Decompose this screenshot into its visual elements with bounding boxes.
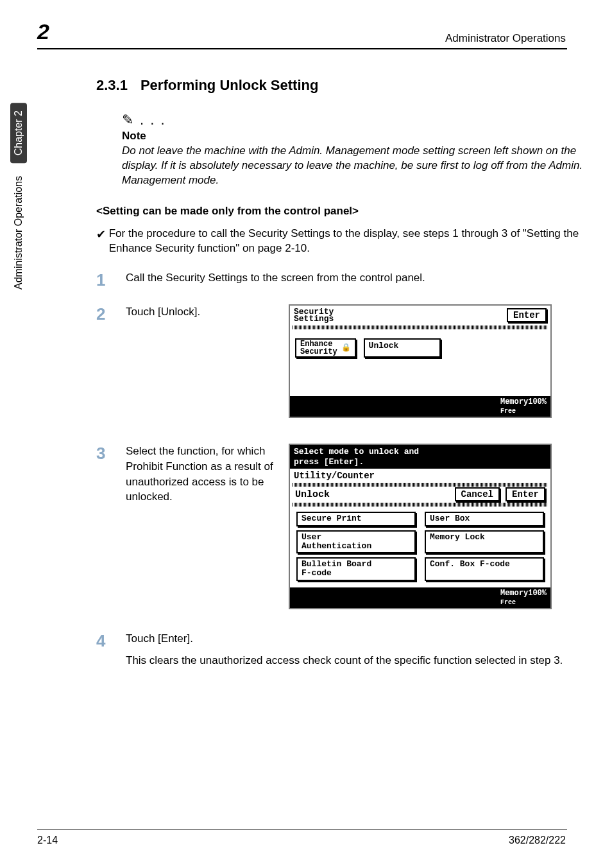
lcd1-title: Security Settings — [294, 308, 334, 323]
model-numbers: 362/282/222 — [509, 835, 566, 846]
step-4-number: 4 — [96, 631, 126, 668]
lcd2-mem-line2: Free — [500, 599, 516, 606]
step-2: 2 Touch [Unlock]. — [96, 304, 289, 324]
tab-section: Administrator Operations — [10, 168, 27, 297]
side-tabs: Chapter 2 Administrator Operations — [9, 103, 28, 385]
step-3-number: 3 — [96, 444, 126, 505]
section-heading: 2.3.1Performing Unlock Setting — [96, 77, 584, 94]
page-number: 2-14 — [37, 835, 58, 846]
lcd2-footer: Memory100% Free — [290, 587, 550, 608]
lock-icon: 🔒 — [341, 344, 351, 352]
lcd2-prompt-line1: Select mode to unlock and — [294, 447, 419, 456]
footer-rule — [37, 829, 567, 829]
note-label: Note — [122, 130, 584, 143]
lcd2-mem-line1: Memory — [500, 589, 528, 598]
lcd1-title-line2: Settings — [294, 314, 334, 324]
lcd1-footer: Memory100% Free — [290, 396, 550, 417]
section-title: Performing Unlock Setting — [140, 77, 318, 93]
check-icon: ✔ — [96, 227, 109, 256]
lcd2-memory-lock-button[interactable]: Memory Lock — [425, 530, 544, 554]
lcd1-mem-line2: Free — [500, 408, 516, 415]
step-4-text: Touch [Enter]. — [126, 631, 584, 647]
lcd2-bulletin-line1: Bulletin Board — [302, 559, 371, 569]
tab-chapter: Chapter 2 — [10, 103, 27, 163]
lcd2-mem-pct: 100% — [528, 589, 547, 598]
lcd2-prompt-line2: press [Enter]. — [294, 457, 364, 467]
step-2-number: 2 — [96, 304, 126, 324]
prereq-line: ✔ For the procedure to call the Security… — [96, 227, 584, 256]
step-4-result: This clears the unauthorized access chec… — [126, 653, 584, 668]
step-3-text: Select the function, for which Prohibit … — [126, 444, 289, 505]
sub-heading: <Setting can be made only from the contr… — [96, 205, 584, 218]
lcd2-user-auth-button[interactable]: User Authentication — [296, 530, 416, 554]
lcd2-bulletin-board-button[interactable]: Bulletin Board F-code — [296, 557, 416, 581]
lcd2-user-box-button[interactable]: User Box — [425, 512, 544, 526]
lcd1-mem-line1: Memory — [500, 397, 528, 406]
lcd2-bulletin-line2: F-code — [302, 568, 332, 578]
lcd2-cancel-button[interactable]: Cancel — [455, 487, 500, 501]
note-icon: ✎ . . . — [122, 112, 584, 128]
lcd1-enhance-security-button[interactable]: Enhance Security 🔒 — [295, 338, 356, 358]
lcd2-conf-box-button[interactable]: Conf. Box F-code — [425, 557, 544, 581]
header-rule — [37, 48, 567, 49]
lcd2-enter-button[interactable]: Enter — [506, 487, 545, 501]
step-1: 1 Call the Security Settings to the scre… — [96, 270, 584, 290]
lcd2-utility-label: Utility/Counter — [290, 469, 550, 483]
lcd2-prompt: Select mode to unlock and press [Enter]. — [290, 445, 550, 469]
section-number: 2.3.1 — [96, 77, 128, 94]
lcd1-unlock-button[interactable]: Unlock — [364, 338, 441, 358]
chapter-number: 2 — [37, 19, 49, 44]
lcd2-secure-print-button[interactable]: Secure Print — [296, 512, 416, 526]
lcd2-user-auth-line2: Authentication — [302, 541, 371, 551]
lcd1-enhance-line2: Security — [300, 347, 337, 356]
step-1-text: Call the Security Settings to the screen… — [126, 270, 584, 290]
lcd1-enter-button[interactable]: Enter — [507, 308, 547, 322]
step-4: 4 Touch [Enter]. This clears the unautho… — [96, 631, 584, 668]
prereq-text: For the procedure to call the Security S… — [109, 227, 584, 256]
step-2-text: Touch [Unlock]. — [126, 304, 289, 324]
lcd1-mem-pct: 100% — [528, 397, 547, 406]
lcd2-user-auth-line1: User — [302, 532, 321, 542]
lcd-screenshot-1: Security Settings Enter Enhance Security — [289, 304, 552, 418]
lcd-screenshot-2: Select mode to unlock and press [Enter].… — [289, 444, 552, 609]
step-3: 3 Select the function, for which Prohibi… — [96, 444, 289, 505]
note-body: Do not leave the machine with the Admin.… — [122, 144, 584, 188]
page-header-right: Administrator Operations — [445, 32, 566, 45]
step-1-number: 1 — [96, 270, 126, 290]
lcd2-unlock-label: Unlock — [295, 489, 330, 500]
